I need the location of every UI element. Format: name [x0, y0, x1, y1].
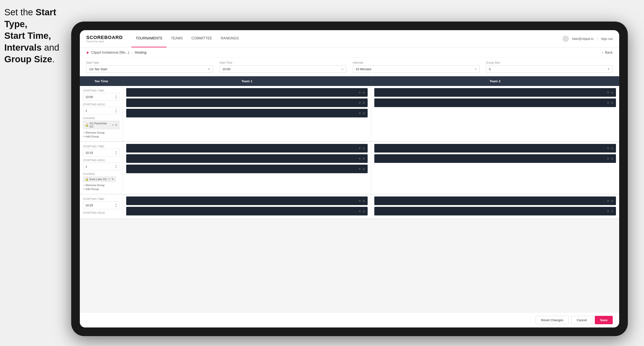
start-time-field: Start Time 10:00 ⊙: [220, 61, 346, 73]
group-size-select[interactable]: 3 ▼: [486, 65, 613, 73]
breadcrumb: ● Clippd Invitational (Me...) › Hosting: [86, 50, 146, 55]
th-tee-time: Tee Time: [80, 76, 123, 86]
player-x-8[interactable]: ✕: [358, 168, 361, 171]
save-button[interactable]: Save: [595, 316, 613, 324]
player-edit-6[interactable]: ⊙: [363, 147, 365, 150]
player-edit-12[interactable]: ⊙: [363, 210, 365, 213]
nav-link-tournaments[interactable]: TOURNAMENTS: [132, 30, 166, 47]
starting-hole-input-1[interactable]: 1 ▲▼: [83, 107, 120, 115]
intervals-field: Intervals 10 Minutes ⊙: [353, 61, 480, 73]
player-edit-13[interactable]: ⊙: [611, 199, 613, 202]
start-type-chevron: ▼: [208, 68, 210, 71]
player-edit-14[interactable]: ⊙: [611, 210, 613, 213]
group-row-3: STARTING TIME: 10:20 ▲▼ STARTING HOLE: ✕…: [80, 194, 619, 219]
breadcrumb-tournament[interactable]: Clippd Invitational (Me...): [91, 51, 129, 54]
top-nav: SCOREBOARD Powered by clippd TOURNAMENTS…: [80, 30, 619, 47]
course-remove-2[interactable]: ✕: [108, 177, 110, 181]
starting-hole-input-2[interactable]: 1 ▲▼: [83, 163, 120, 171]
course-edit-1[interactable]: ✎: [115, 124, 118, 127]
team2-cell-3: ✕ ⊙ ✕ ⊙: [371, 194, 619, 218]
player-x-12[interactable]: ✕: [358, 210, 361, 213]
breadcrumb-separator: ›: [132, 51, 132, 54]
sign-out-link[interactable]: Sign out: [601, 37, 613, 40]
nav-link-teams[interactable]: TEAMS: [166, 30, 187, 47]
player-edit-9[interactable]: ⊙: [611, 147, 613, 150]
back-arrow-icon: ‹: [602, 51, 603, 54]
player-edit-5[interactable]: ⊙: [611, 101, 613, 105]
group-actions-1: ○ Remove Group + Add Group: [83, 131, 120, 138]
breadcrumb-bar: ● Clippd Invitational (Me...) › Hosting …: [80, 47, 619, 58]
starting-hole-label-2: STARTING HOLE:: [83, 159, 120, 162]
starting-hole-label-1: STARTING HOLE:: [83, 103, 120, 106]
team2-cell-1: ✕ ⊙ ✕ ⊙: [371, 86, 619, 141]
starting-time-input-3[interactable]: 10:20 ▲▼: [83, 201, 120, 209]
nav-right: blair@clippd.io | Sign out: [562, 35, 613, 42]
group-left-1: STARTING TIME: 10:00 ▲▼ STARTING HOLE: 1…: [80, 86, 123, 141]
player-x-1[interactable]: ✕: [358, 91, 361, 94]
player-edit-2[interactable]: ⊙: [363, 101, 365, 105]
player-edit-11[interactable]: ⊙: [363, 199, 365, 202]
player-x-3[interactable]: ✕: [358, 112, 361, 115]
player-row: ✕ ⊙: [126, 144, 368, 153]
player-x-13[interactable]: ✕: [607, 199, 609, 202]
player-row: ✕ ⊙: [374, 98, 616, 107]
course-icon-1: ⛳: [85, 124, 88, 127]
intervals-select[interactable]: 10 Minutes ⊙: [353, 65, 480, 73]
annotation-bold1: Start Type,: [4, 7, 56, 29]
player-edit-8[interactable]: ⊙: [363, 168, 365, 171]
starting-time-label-1: STARTING TIME:: [83, 89, 120, 92]
player-x-7[interactable]: ✕: [358, 157, 361, 160]
starting-time-input-2[interactable]: 10:10 ▲▼: [83, 149, 120, 157]
player-row: ✕ ⊙: [374, 144, 616, 153]
logo-sub: Powered by clippd: [86, 40, 123, 43]
annotation-bold4: Group Size: [4, 54, 52, 64]
starting-time-label-2: STARTING TIME:: [83, 145, 120, 148]
player-x-6[interactable]: ✕: [358, 147, 361, 150]
player-x-9[interactable]: ✕: [607, 147, 609, 150]
player-x-2[interactable]: ✕: [358, 101, 361, 105]
main-content: Tee Time Team 1 Team 2 STARTING TIME: 10…: [80, 76, 619, 312]
back-button[interactable]: ‹ Back: [602, 51, 613, 54]
player-edit-10[interactable]: ⊙: [611, 157, 613, 160]
player-x-14[interactable]: ✕: [607, 210, 609, 213]
player-x-5[interactable]: ✕: [607, 101, 609, 105]
add-group-2[interactable]: + Add Group: [83, 187, 120, 191]
course-label-1: COURSE:: [83, 117, 120, 120]
player-edit-3[interactable]: ⊙: [363, 112, 365, 115]
course-remove-1[interactable]: ✕: [112, 124, 114, 127]
player-row: ✕ ⊙: [126, 154, 368, 163]
player-edit-4[interactable]: ⊙: [611, 91, 613, 94]
tablet-shell: SCOREBOARD Powered by clippd TOURNAMENTS…: [71, 21, 628, 336]
group-left-3: STARTING TIME: 10:20 ▲▼ STARTING HOLE:: [80, 194, 123, 218]
add-group-1[interactable]: + Add Group: [83, 135, 120, 138]
course-edit-2[interactable]: ✎: [112, 177, 114, 181]
player-x-10[interactable]: ✕: [607, 157, 609, 160]
group-left-2: STARTING TIME: 10:10 ▲▼ STARTING HOLE: 1…: [80, 142, 123, 194]
team1-cell-1: ✕ ⊙ ✕ ⊙ ✕: [123, 86, 371, 141]
annotation-text: Set the Start Type, Start Time, Interval…: [4, 6, 69, 65]
player-edit-7[interactable]: ⊙: [363, 157, 365, 160]
nav-link-committee[interactable]: COMMITTEE: [187, 30, 216, 47]
logo-text: SCOREBOARD: [86, 35, 123, 40]
reset-button[interactable]: Reset Changes: [536, 316, 569, 324]
team2-cell-2: ✕ ⊙ ✕ ⊙: [371, 142, 619, 194]
nav-link-rankings[interactable]: RANKINGS: [216, 30, 243, 47]
player-x-11[interactable]: ✕: [358, 199, 361, 202]
remove-group-1[interactable]: ○ Remove Group: [83, 131, 120, 134]
start-time-select[interactable]: 10:00 ⊙: [220, 65, 346, 73]
start-type-field: Start Type 1st Tee Start ▼: [86, 61, 213, 73]
remove-group-2[interactable]: ○ Remove Group: [83, 183, 120, 187]
starting-time-input-1[interactable]: 10:00 ▲▼: [83, 93, 120, 101]
start-type-select[interactable]: 1st Tee Start ▼: [86, 65, 213, 73]
group-size-chevron: ▼: [607, 68, 610, 71]
player-edit-1[interactable]: ⊙: [363, 91, 365, 94]
player-x-4[interactable]: ✕: [607, 91, 609, 94]
start-time-chevron: ⊙: [341, 68, 344, 71]
table-header: Tee Time Team 1 Team 2: [80, 76, 619, 86]
start-time-label: Start Time: [220, 61, 346, 64]
player-row: ✕ ⊙: [374, 207, 616, 215]
player-row: ✕ ⊙: [126, 207, 368, 215]
group-size-label: Group Size: [486, 61, 613, 64]
player-row: ✕ ⊙: [374, 154, 616, 163]
cancel-button[interactable]: Cancel: [571, 316, 592, 324]
